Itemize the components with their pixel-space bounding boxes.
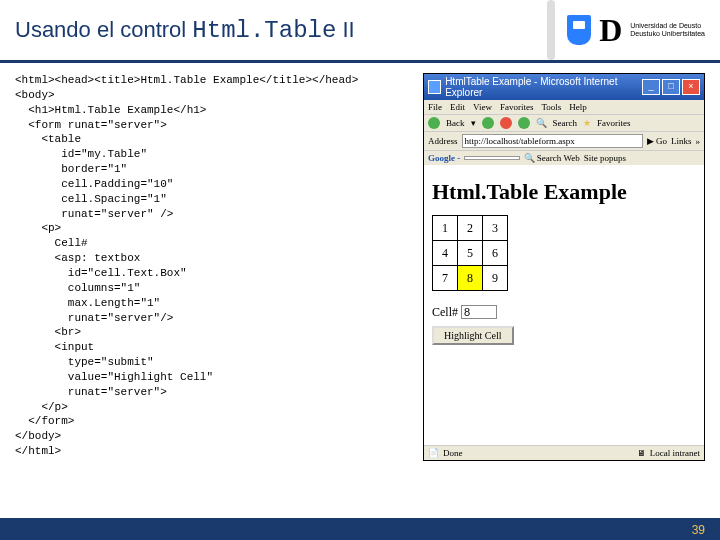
page-heading: Html.Table Example	[432, 179, 696, 205]
table-cell: 5	[458, 241, 482, 265]
page-number: 39	[692, 523, 705, 537]
menu-favorites[interactable]: Favorites	[500, 102, 534, 112]
menu-view[interactable]: View	[473, 102, 492, 112]
browser-window: HtmlTable Example - Microsoft Internet E…	[423, 73, 705, 461]
go-button[interactable]: ▶ Go	[647, 136, 667, 146]
search-label[interactable]: Search	[553, 118, 578, 128]
ie-icon	[428, 80, 441, 94]
title-prefix: Usando el control	[15, 17, 192, 42]
forward-icon[interactable]	[482, 117, 494, 129]
uni-line2: Deustuko Unibertsitatea	[630, 30, 705, 38]
title-area: Usando el control Html.Table II	[0, 17, 547, 44]
links-label[interactable]: Links	[671, 136, 692, 146]
table-row: 7 8 9	[433, 266, 507, 290]
content-area: <html><head><title>Html.Table Example</t…	[0, 63, 720, 471]
browser-menubar: File Edit View Favorites Tools Help	[424, 100, 704, 114]
stop-icon[interactable]	[500, 117, 512, 129]
maximize-button[interactable]: □	[662, 79, 680, 95]
refresh-icon[interactable]	[518, 117, 530, 129]
menu-file[interactable]: File	[428, 102, 442, 112]
menu-edit[interactable]: Edit	[450, 102, 465, 112]
site-popups-button[interactable]: Site popups	[584, 153, 626, 163]
title-suffix: II	[336, 17, 354, 42]
page-viewport: Html.Table Example 1 2 3 4 5 6 7 8 9	[424, 165, 704, 445]
google-search-input[interactable]	[464, 156, 519, 160]
table-cell: 2	[458, 216, 482, 240]
html-table: 1 2 3 4 5 6 7 8 9	[432, 215, 508, 291]
code-block: <html><head><title>Html.Table Example</t…	[15, 73, 413, 461]
table-cell: 7	[433, 266, 457, 290]
cell-input[interactable]	[461, 305, 497, 319]
address-input[interactable]: http://localhost/tableform.aspx	[462, 134, 643, 148]
slide-title: Usando el control Html.Table II	[15, 17, 355, 42]
table-cell: 9	[483, 266, 507, 290]
menu-help[interactable]: Help	[569, 102, 587, 112]
status-text: Done	[443, 448, 463, 458]
close-button[interactable]: ×	[682, 79, 700, 95]
address-label: Address	[428, 136, 458, 146]
table-row: 4 5 6	[433, 241, 507, 265]
slide-footer	[0, 518, 720, 540]
window-title: HtmlTable Example - Microsoft Internet E…	[445, 76, 642, 98]
uni-line1: Universidad de Deusto	[630, 22, 705, 30]
browser-toolbar: Back ▾ 🔍 Search ★ Favorites	[424, 114, 704, 131]
title-code: Html.Table	[192, 17, 336, 44]
zone-icon: 🖥	[637, 448, 646, 458]
cell-label: Cell#	[432, 305, 458, 319]
browser-statusbar: 📄 Done 🖥 Local intranet	[424, 445, 704, 460]
search-web-button[interactable]: 🔍 Search Web	[524, 153, 580, 163]
table-row: 1 2 3	[433, 216, 507, 240]
back-label[interactable]: Back	[446, 118, 465, 128]
table-cell-highlighted: 8	[458, 266, 482, 290]
address-bar-row: Address http://localhost/tableform.aspx …	[424, 131, 704, 150]
done-icon: 📄	[428, 448, 439, 458]
zone-text: Local intranet	[650, 448, 700, 458]
table-cell: 3	[483, 216, 507, 240]
shield-icon	[567, 15, 591, 45]
minimize-button[interactable]: _	[642, 79, 660, 95]
highlight-button[interactable]: Highlight Cell	[432, 326, 514, 345]
logo-divider	[547, 0, 555, 60]
window-buttons: _ □ ×	[642, 79, 700, 95]
table-cell: 1	[433, 216, 457, 240]
slide-header: Usando el control Html.Table II D Univer…	[0, 0, 720, 63]
university-text: Universidad de Deusto Deustuko Unibertsi…	[630, 22, 705, 37]
d-logo-icon: D	[599, 12, 622, 49]
logo-area: D Universidad de Deusto Deustuko Unibert…	[567, 12, 720, 49]
back-icon[interactable]	[428, 117, 440, 129]
table-cell: 6	[483, 241, 507, 265]
cell-number-row: Cell#	[432, 305, 696, 320]
menu-tools[interactable]: Tools	[541, 102, 561, 112]
browser-titlebar: HtmlTable Example - Microsoft Internet E…	[424, 74, 704, 100]
google-logo[interactable]: Google -	[428, 153, 460, 163]
favorites-label[interactable]: Favorites	[597, 118, 631, 128]
table-cell: 4	[433, 241, 457, 265]
google-toolbar: Google - 🔍 Search Web Site popups	[424, 150, 704, 165]
